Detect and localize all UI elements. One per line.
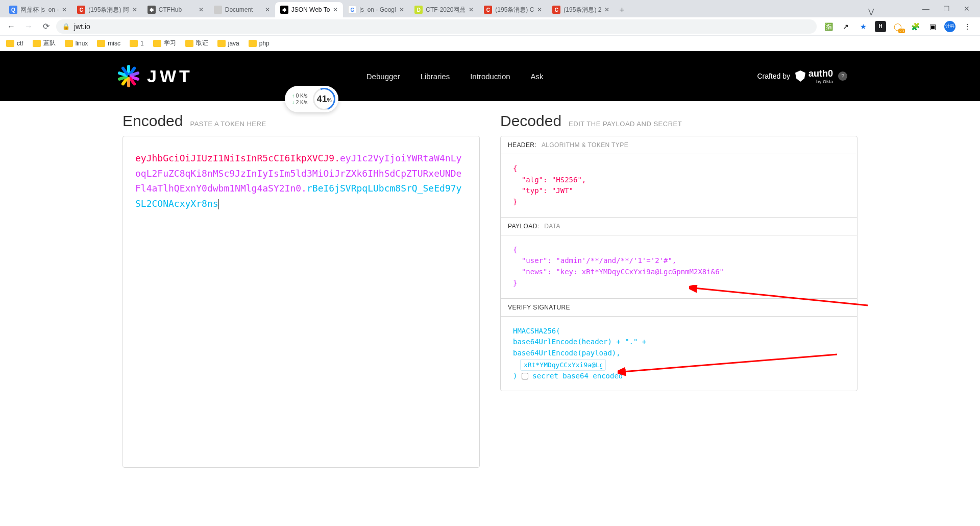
browser-tab[interactable]: Document✕ [209, 2, 275, 17]
extensions-puzzle-icon[interactable]: 🧩 [910, 21, 921, 32]
tab-close-button[interactable]: ✕ [469, 6, 474, 13]
side-panel-icon[interactable]: ▣ [927, 21, 938, 32]
folder-icon [217, 40, 226, 47]
tab-close-button[interactable]: ✕ [199, 6, 204, 13]
decoded-hint: EDIT THE PAYLOAD AND SECRET [569, 120, 682, 128]
header-json-editor[interactable]: { "alg": "HS256", "typ": "JWT" } [501, 154, 857, 218]
secret-input[interactable] [520, 359, 606, 371]
ext-badge: 23 [898, 29, 905, 33]
address-bar-row: ← → ⟳ 🔒 jwt.io 🈯 ↗ ★ H ◯ 23 🧩 ▣ 计科 ⋮ [0, 17, 980, 36]
tab-close-button[interactable]: ✕ [62, 6, 67, 13]
decoded-column: Decoded EDIT THE PAYLOAD AND SECRET HEAD… [500, 112, 857, 468]
bookmark-label: misc [108, 40, 120, 47]
nav-reload-button[interactable]: ⟳ [39, 19, 53, 34]
nav-back-button[interactable]: ← [4, 19, 18, 34]
profile-avatar[interactable]: 计科 [944, 21, 955, 32]
tab-close-button[interactable]: ✕ [333, 6, 338, 13]
tab-title: 网鼎杯 js_on - [20, 6, 59, 14]
tab-close-button[interactable]: ✕ [604, 6, 609, 13]
tab-close-button[interactable]: ✕ [537, 6, 542, 13]
bookmark-item[interactable]: 1 [130, 40, 144, 47]
nav-link[interactable]: Libraries [421, 72, 450, 81]
secret-base64-label: secret base64 encoded [532, 372, 623, 380]
header-sublabel: ALGORITHM & TOKEN TYPE [542, 141, 628, 149]
tab-title: Document [225, 6, 262, 13]
bookmark-item[interactable]: misc [97, 40, 120, 47]
browser-tab[interactable]: ✱JSON Web To✕ [275, 2, 344, 17]
encoded-token-input[interactable]: eyJhbGciOiJIUzI1NiIsInR5cCI6IkpXVCJ9.eyJ… [122, 136, 480, 468]
encoded-hint: PASTE A TOKEN HERE [190, 120, 266, 128]
browser-tab[interactable]: C(195条消息) 阿✕ [72, 2, 142, 17]
network-speed-badge[interactable]: 0 K/s 2 K/s 41% [285, 86, 338, 112]
nav-link[interactable]: Debugger [366, 72, 400, 81]
bookmark-item[interactable]: 蓝队 [33, 39, 56, 47]
payload-label: PAYLOAD: [508, 223, 539, 230]
jwt-logo[interactable]: JWT [117, 65, 193, 87]
nav-link[interactable]: Ask [531, 72, 544, 81]
site-header: JWT DebuggerLibrariesIntroductionAsk Cra… [0, 51, 980, 101]
window-minimize-button[interactable]: — [922, 5, 930, 13]
bookmark-label: 蓝队 [43, 39, 56, 47]
browser-tab[interactable]: C(195条消息) 2✕ [547, 2, 615, 17]
crafted-label: Crafted by [757, 72, 790, 80]
crafted-by: Crafted by auth0 by Okta ? [757, 68, 847, 84]
share-icon[interactable]: ↗ [840, 21, 851, 32]
url-text: jwt.io [74, 22, 90, 31]
ext-h-icon[interactable]: H [875, 21, 886, 32]
payload-json-editor[interactable]: { "user": "admin'/**/and/**/'1'='2'#", "… [501, 235, 857, 299]
folder-icon [153, 40, 161, 47]
secret-base64-checkbox[interactable] [522, 373, 528, 379]
chrome-menu-button[interactable]: ⋮ [962, 21, 973, 32]
bookmark-item[interactable]: java [217, 40, 239, 47]
upload-speed: 0 K/s [292, 92, 308, 99]
tab-title: CTFHub [159, 6, 195, 13]
browser-tab[interactable]: DCTF-2020网鼎✕ [409, 2, 479, 17]
main-content: Encoded PASTE A TOKEN HERE eyJhbGciOiJIU… [0, 101, 980, 468]
download-speed: 2 K/s [292, 99, 308, 106]
tab-close-button[interactable]: ✕ [265, 6, 270, 13]
signature-section-label: VERIFY SIGNATURE [501, 299, 857, 317]
token-dot2: . [301, 183, 307, 194]
browser-tab[interactable]: C(195条消息) C✕ [479, 2, 547, 17]
browser-tab[interactable]: ✱CTFHub✕ [142, 2, 209, 17]
auth0-logo[interactable]: auth0 by Okta [795, 68, 833, 84]
folder-icon [65, 40, 73, 47]
translate-icon[interactable]: 🈯 [823, 21, 834, 32]
bookmark-item[interactable]: php [249, 40, 270, 47]
decoded-box: HEADER: ALGORITHM & TOKEN TYPE { "alg": … [500, 136, 857, 391]
speed-pct-unit: % [327, 98, 331, 103]
tab-title: (195条消息) 阿 [88, 6, 129, 14]
speed-pct: 41 [316, 94, 327, 104]
decoded-title: Decoded EDIT THE PAYLOAD AND SECRET [500, 112, 857, 130]
folder-icon [185, 40, 193, 47]
tab-favicon-icon: C [552, 6, 560, 14]
ext-ring-icon[interactable]: ◯ 23 [892, 21, 903, 32]
browser-tab[interactable]: Gjs_on - Googl✕ [343, 2, 409, 17]
nav-link[interactable]: Introduction [470, 72, 510, 81]
tab-favicon-icon: ✱ [280, 6, 288, 14]
bookmark-item[interactable]: ctf [6, 40, 23, 47]
tab-close-button[interactable]: ✕ [399, 6, 404, 13]
omnibox[interactable]: 🔒 jwt.io [56, 19, 817, 34]
bookmark-label: 1 [140, 40, 144, 47]
window-close-button[interactable]: ✕ [963, 5, 971, 13]
bookmark-item[interactable]: 取证 [185, 39, 208, 47]
window-maximize-button[interactable]: ☐ [942, 5, 950, 13]
tab-favicon-icon: D [414, 6, 423, 14]
bookmark-star-icon[interactable]: ★ [857, 21, 869, 32]
browser-tab[interactable]: Q网鼎杯 js_on - ✕ [4, 2, 72, 17]
nav-forward-button[interactable]: → [21, 19, 36, 34]
tab-favicon-icon: C [484, 6, 492, 14]
help-icon[interactable]: ? [838, 71, 847, 81]
bookmark-item[interactable]: linux [65, 40, 88, 47]
decoded-heading: Decoded [500, 112, 561, 130]
window-controls: — ☐ ✕ [901, 0, 980, 17]
new-tab-button[interactable]: + [615, 3, 629, 17]
tabs-dropdown-button[interactable]: ⋁ [864, 5, 878, 17]
tab-close-button[interactable]: ✕ [132, 6, 137, 13]
tab-favicon-icon: ✱ [148, 6, 156, 14]
header-section-label: HEADER: ALGORITHM & TOKEN TYPE [501, 136, 857, 154]
payload-section-label: PAYLOAD: DATA [501, 218, 857, 235]
bookmark-item[interactable]: 学习 [153, 39, 176, 47]
auth0-word: auth0 [808, 68, 833, 79]
